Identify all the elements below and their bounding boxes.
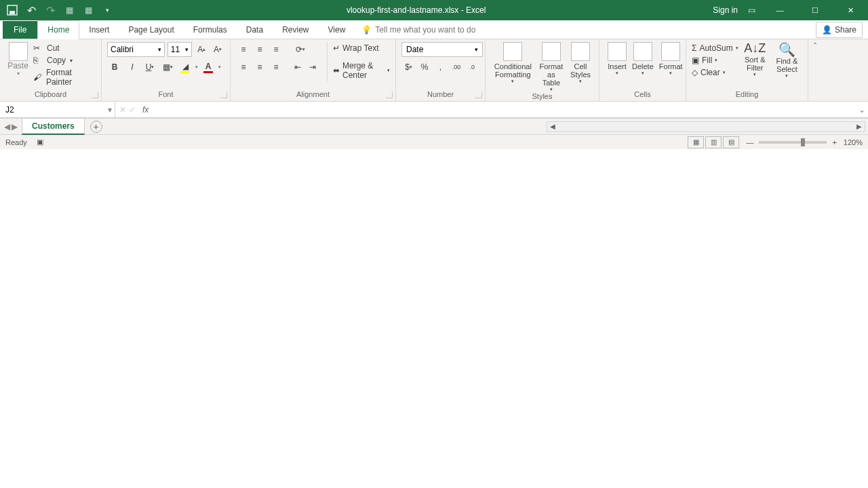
insert-cells-button[interactable]: Insert▾ xyxy=(605,42,629,76)
formula-input[interactable] xyxy=(151,104,856,116)
percent-format-button[interactable]: % xyxy=(417,60,431,75)
format-as-table-button[interactable]: Format as Table▾ xyxy=(535,42,568,92)
delete-cells-button[interactable]: Delete▾ xyxy=(629,42,656,76)
normal-view-button[interactable]: ▦ xyxy=(688,136,704,148)
sheet-nav-prev-icon[interactable]: ◀ xyxy=(4,122,10,131)
format-icon xyxy=(661,42,680,61)
fill-color-button[interactable]: ◢ xyxy=(178,60,193,75)
decrease-font-button[interactable]: A▾ xyxy=(211,42,224,57)
qat-customize-icon[interactable]: ▾ xyxy=(99,2,115,18)
pagelayout-view-button[interactable]: ▥ xyxy=(705,136,722,148)
paste-button[interactable]: Paste ▾ xyxy=(5,42,31,88)
wrap-text-button[interactable]: ↵Wrap Text xyxy=(333,42,390,54)
tab-file[interactable]: File xyxy=(3,21,37,39)
chevron-down-icon: ▾ xyxy=(158,46,161,53)
clear-button[interactable]: ◇Clear▾ xyxy=(692,66,738,79)
group-font: Calibri▾ 11▾ A▴ A▾ B I U ▾ ▦▾ ◢ ▾ A ▾ Fo… xyxy=(102,39,231,101)
align-center-button[interactable]: ≡ xyxy=(252,60,267,75)
collapse-ribbon-button[interactable]: ˆ xyxy=(808,39,822,101)
conditional-formatting-button[interactable]: Conditional Formatting▾ xyxy=(491,42,535,92)
underline-button[interactable]: U ▾ xyxy=(142,60,157,75)
close-button[interactable]: ✕ xyxy=(835,1,865,20)
scissors-icon: ✂ xyxy=(33,43,43,53)
border-button[interactable]: ▦▾ xyxy=(160,60,175,75)
decrease-indent-button[interactable]: ⇤ xyxy=(290,60,305,75)
font-size-select[interactable]: 11▾ xyxy=(167,42,193,57)
add-sheet-button[interactable]: + xyxy=(90,121,102,133)
font-name-select[interactable]: Calibri▾ xyxy=(107,42,165,57)
decrease-decimal-button[interactable]: .0 xyxy=(465,60,479,75)
zoom-level[interactable]: 120% xyxy=(844,138,863,146)
cut-button[interactable]: ✂Cut xyxy=(33,42,96,54)
sheet-tab-customers[interactable]: Customers xyxy=(22,118,85,135)
name-box[interactable] xyxy=(0,104,105,116)
enter-formula-icon[interactable]: ✓ xyxy=(129,105,136,115)
orientation-button[interactable]: ⟳▾ xyxy=(290,42,311,57)
tab-data[interactable]: Data xyxy=(237,21,273,39)
tellme-search[interactable]: 💡 Tell me what you want to do xyxy=(355,21,482,39)
zoom-slider[interactable] xyxy=(759,141,827,144)
share-icon: 👤 xyxy=(822,25,832,35)
align-middle-button[interactable]: ≡ xyxy=(252,42,267,57)
insert-icon xyxy=(608,42,627,61)
align-top-button[interactable]: ≡ xyxy=(236,42,251,57)
align-right-button[interactable]: ≡ xyxy=(269,60,283,75)
maximize-button[interactable]: ☐ xyxy=(800,1,830,20)
macro-icon[interactable]: ▣ xyxy=(37,138,43,146)
ribbon-tabs: File Home Insert Page Layout Formulas Da… xyxy=(0,20,868,39)
bold-button[interactable]: B xyxy=(107,60,122,75)
fill-button[interactable]: ▣Fill▾ xyxy=(692,54,738,66)
cancel-formula-icon[interactable]: ✕ xyxy=(119,105,126,115)
pagebreak-view-button[interactable]: ▤ xyxy=(723,136,739,148)
expand-formula-icon[interactable]: ⌄ xyxy=(856,105,868,115)
merge-center-button[interactable]: ⬌Merge & Center ▾ xyxy=(333,60,390,81)
share-button[interactable]: 👤 Share xyxy=(816,22,863,38)
dialog-launcher-icon[interactable] xyxy=(92,92,98,98)
dialog-launcher-icon[interactable] xyxy=(386,92,393,98)
dialog-launcher-icon[interactable] xyxy=(475,92,482,98)
italic-button[interactable]: I xyxy=(125,60,140,75)
sort-filter-button[interactable]: A↓ZSort & Filter▾ xyxy=(741,42,769,79)
tab-formulas[interactable]: Formulas xyxy=(184,21,237,39)
increase-font-button[interactable]: A▴ xyxy=(195,42,208,57)
qat-item[interactable]: ▦ xyxy=(80,2,96,18)
autosum-button[interactable]: ΣAutoSum ▾ xyxy=(692,42,738,54)
delete-icon xyxy=(633,42,652,61)
minimize-button[interactable]: — xyxy=(765,1,795,20)
accounting-format-button[interactable]: $▾ xyxy=(401,60,416,75)
align-left-button[interactable]: ≡ xyxy=(236,60,251,75)
increase-decimal-button[interactable]: .00 xyxy=(449,60,463,75)
scroll-left-icon[interactable]: ◀ xyxy=(547,123,558,130)
comma-format-button[interactable]: , xyxy=(433,60,448,75)
copy-button[interactable]: ⎘Copy ▾ xyxy=(33,54,96,66)
align-bottom-button[interactable]: ≡ xyxy=(269,42,283,57)
format-cells-button[interactable]: Format▾ xyxy=(656,42,686,76)
chevron-down-icon: ▾ xyxy=(17,70,20,77)
chevron-down-icon[interactable]: ▾ xyxy=(105,105,115,115)
tab-home[interactable]: Home xyxy=(37,20,79,39)
ribbon-display-icon[interactable]: ▭ xyxy=(743,5,760,15)
scroll-right-icon[interactable]: ▶ xyxy=(854,123,865,130)
zoom-out-button[interactable]: — xyxy=(746,138,753,146)
tab-insert[interactable]: Insert xyxy=(79,21,119,39)
tab-view[interactable]: View xyxy=(319,21,355,39)
dialog-launcher-icon[interactable] xyxy=(220,92,227,98)
horizontal-scrollbar[interactable]: ◀ ▶ xyxy=(547,121,865,132)
tab-pagelayout[interactable]: Page Layout xyxy=(119,21,183,39)
find-select-button[interactable]: 🔍Find & Select▾ xyxy=(772,42,802,79)
signin-link[interactable]: Sign in xyxy=(713,5,738,15)
cell-styles-button[interactable]: Cell Styles▾ xyxy=(568,42,593,92)
format-painter-button[interactable]: 🖌Format Painter xyxy=(33,66,96,88)
fx-icon[interactable]: fx xyxy=(140,105,151,115)
save-icon[interactable] xyxy=(4,2,20,18)
zoom-in-button[interactable]: + xyxy=(832,138,836,146)
number-format-select[interactable]: Date▾ xyxy=(401,42,483,57)
increase-indent-button[interactable]: ⇥ xyxy=(305,60,320,75)
qat-item[interactable]: ▦ xyxy=(61,2,77,18)
group-number: Date▾ $▾ % , .00 .0 Number xyxy=(396,39,486,101)
font-color-button[interactable]: A xyxy=(201,60,216,75)
group-cells: Insert▾ Delete▾ Format▾ Cells xyxy=(599,39,686,101)
sheet-nav-next-icon[interactable]: ▶ xyxy=(12,122,18,131)
tab-review[interactable]: Review xyxy=(273,21,318,39)
undo-icon[interactable]: ↶ xyxy=(23,2,39,18)
